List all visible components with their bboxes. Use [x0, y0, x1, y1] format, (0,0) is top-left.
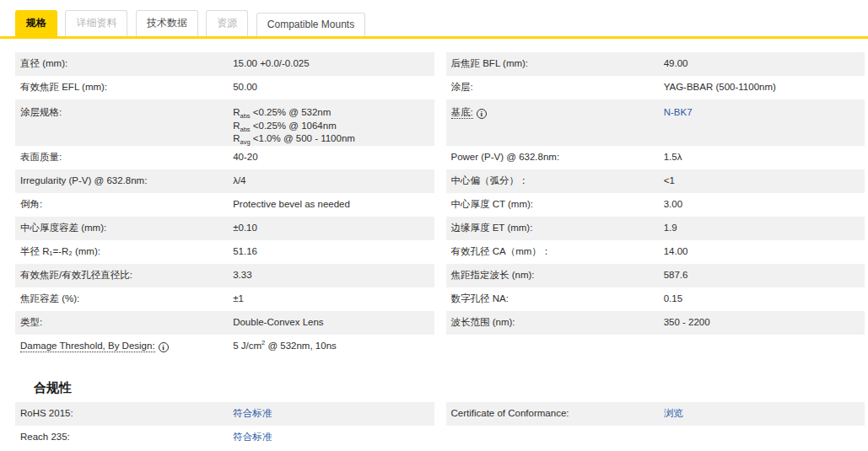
spec-value: λ/4: [233, 173, 434, 190]
info-icon[interactable]: i: [159, 342, 169, 352]
spec-value: 5 J/cm2 @ 532nm, 10ns: [233, 338, 434, 355]
spec-label: 倒角:: [15, 196, 233, 213]
coating-line: Ravg <1.0% @ 500 - 1100nm: [233, 133, 355, 143]
spec-label: Power (P-V) @ 632.8nm:: [446, 149, 664, 166]
spec-row-radius: 半径 R₁=-R₂ (mm): 51.16: [15, 240, 434, 264]
spec-row-diameter: 直径 (mm): 15.00 +0.0/-0.025: [15, 52, 434, 76]
spec-row-type: 类型: Double-Convex Lens: [15, 311, 434, 335]
spec-value: 3.33: [233, 267, 434, 284]
spec-row-ca: 有效孔径 CA（mm）： 14.00: [446, 240, 865, 264]
compliance-row-rohs: RoHS 2015: 符合标准: [15, 402, 434, 426]
spec-row-power: Power (P-V) @ 632.8nm: 1.5λ: [446, 146, 865, 169]
spec-row-irregularity: Irregularity (P-V) @ 632.8nm: λ/4: [15, 169, 434, 193]
spec-row-ct: 中心厚度 CT (mm): 3.00: [446, 193, 865, 217]
spec-value: Protective bevel as needed: [233, 196, 434, 213]
spec-value: 15.00 +0.0/-0.025: [233, 56, 434, 72]
spec-value: 350 - 2200: [664, 314, 865, 331]
spec-value: YAG-BBAR (500-1100nm): [664, 79, 865, 96]
spec-value: ±0.10: [233, 220, 434, 237]
spec-row-bevel: 倒角: Protective bevel as needed: [15, 193, 434, 217]
spec-label: 数字孔径 NA:: [446, 291, 664, 308]
spec-row-na: 数字孔径 NA: 0.15: [446, 287, 865, 311]
tab-compatible-mounts[interactable]: Compatible Mounts: [256, 13, 365, 36]
spec-row-damage-threshold: Damage Threshold, By Design:i 5 J/cm2 @ …: [15, 335, 434, 358]
info-icon[interactable]: i: [477, 109, 487, 119]
spec-value: 49.00: [664, 56, 865, 72]
spec-row-coating: 涂层: YAG-BBAR (500-1100nm): [446, 76, 865, 99]
coating-line: Rabs <0.25% @ 532nm: [233, 107, 331, 117]
tab-details[interactable]: 详细资料: [65, 10, 127, 36]
tab-bar: 规格 详细资料 技术数据 资源 Compatible Mounts: [0, 0, 868, 39]
spec-label: 中心厚度 CT (mm):: [446, 196, 664, 213]
compliance-value: 浏览: [664, 405, 865, 422]
spec-row-ct-tolerance: 中心厚度容差 (mm): ±0.10: [15, 217, 434, 240]
spec-value: Double-Convex Lens: [233, 314, 434, 331]
spec-label: 中心偏（弧分）：: [446, 173, 664, 190]
rohs-compliant-link[interactable]: 符合标准: [233, 408, 272, 418]
spec-value: 14.00: [664, 244, 865, 260]
spec-row-bfl: 后焦距 BFL (mm): 49.00: [446, 52, 865, 76]
spec-label: 边缘厚度 ET (mm):: [446, 220, 664, 237]
specifications-section: 直径 (mm): 15.00 +0.0/-0.025 有效焦距 EFL (mm)…: [15, 52, 865, 449]
tab-specifications[interactable]: 规格: [15, 10, 57, 36]
spec-table-right: 后焦距 BFL (mm): 49.00 涂层: YAG-BBAR (500-11…: [446, 52, 865, 358]
compliance-value: 符合标准: [233, 405, 434, 422]
compliance-row-reach: Reach 235: 符合标准: [15, 426, 434, 449]
spec-row-centering: 中心偏（弧分）： <1: [446, 169, 865, 193]
spec-label: 涂层:: [446, 79, 664, 96]
spec-row-surface-quality: 表面质量: 40-20: [15, 146, 434, 169]
spec-value: 1.5λ: [664, 149, 865, 166]
compliance-label: RoHS 2015:: [15, 405, 233, 422]
spec-value: Rabs <0.25% @ 532nm Rabs <0.25% @ 1064nm…: [233, 105, 434, 148]
damage-threshold-label: Damage Threshold, By Design:: [20, 341, 155, 352]
compliance-row-empty: [446, 426, 865, 449]
spec-label: 后焦距 BFL (mm):: [446, 56, 664, 72]
reach-compliant-link[interactable]: 符合标准: [233, 432, 272, 442]
spec-value: 51.16: [233, 244, 434, 260]
spec-label: 直径 (mm):: [15, 56, 233, 72]
spec-value: 50.00: [233, 79, 434, 96]
tab-technical-data[interactable]: 技术数据: [136, 10, 198, 36]
spec-row-design-wavelength: 焦距指定波长 (nm): 587.6: [446, 264, 865, 287]
compliance-label: Certificate of Conformance:: [446, 405, 664, 422]
spec-row-f-number: 有效焦距/有效孔径直径比: 3.33: [15, 264, 434, 287]
substrate-label: 基底:: [451, 107, 473, 119]
tab-resources[interactable]: 资源: [206, 10, 248, 36]
spec-label: 焦距容差 (%):: [15, 291, 233, 308]
spec-value: N-BK7: [664, 105, 865, 121]
spec-label: 波长范围 (nm):: [446, 314, 664, 331]
spec-value: 587.6: [664, 267, 865, 284]
spec-row-fl-tolerance: 焦距容差 (%): ±1: [15, 287, 434, 311]
spec-label: Irregularity (P-V) @ 632.8nm:: [15, 173, 233, 190]
spec-row-wavelength-range: 波长范围 (nm): 350 - 2200: [446, 311, 865, 335]
spec-label: 焦距指定波长 (nm):: [446, 267, 664, 284]
spec-value: 3.00: [664, 196, 865, 213]
spec-row-empty: [446, 335, 865, 358]
spec-label: 有效焦距 EFL (mm):: [15, 79, 233, 96]
spec-label: Damage Threshold, By Design:i: [15, 338, 233, 355]
compliance-value: 符合标准: [233, 429, 434, 446]
spec-value: ±1: [233, 291, 434, 308]
spec-label: 有效孔径 CA（mm）：: [446, 244, 664, 260]
compliance-label: Reach 235:: [15, 429, 233, 446]
compliance-row-coc: Certificate of Conformance: 浏览: [446, 402, 865, 426]
spec-label: 类型:: [15, 314, 233, 331]
compliance-table-left: RoHS 2015: 符合标准 Reach 235: 符合标准: [15, 402, 434, 449]
coating-line: Rabs <0.25% @ 1064nm: [233, 121, 337, 131]
spec-row-substrate: 基底:i N-BK7: [446, 99, 865, 146]
compliance-heading: 合规性: [34, 380, 865, 396]
spec-table-left: 直径 (mm): 15.00 +0.0/-0.025 有效焦距 EFL (mm)…: [15, 52, 434, 358]
spec-label: 涂层规格:: [15, 105, 233, 121]
spec-label: 中心厚度容差 (mm):: [15, 220, 233, 237]
spec-row-efl: 有效焦距 EFL (mm): 50.00: [15, 76, 434, 99]
substrate-link[interactable]: N-BK7: [664, 107, 693, 117]
compliance-table-right: Certificate of Conformance: 浏览: [446, 402, 865, 449]
spec-label: 有效焦距/有效孔径直径比:: [15, 267, 233, 284]
spec-label: 表面质量:: [15, 149, 233, 166]
spec-row-et: 边缘厚度 ET (mm): 1.9: [446, 217, 865, 240]
coc-view-link[interactable]: 浏览: [664, 408, 683, 418]
spec-label: 基底:i: [446, 105, 664, 121]
spec-value: <1: [664, 173, 865, 190]
spec-value: 0.15: [664, 291, 865, 308]
spec-value: 40-20: [233, 149, 434, 166]
